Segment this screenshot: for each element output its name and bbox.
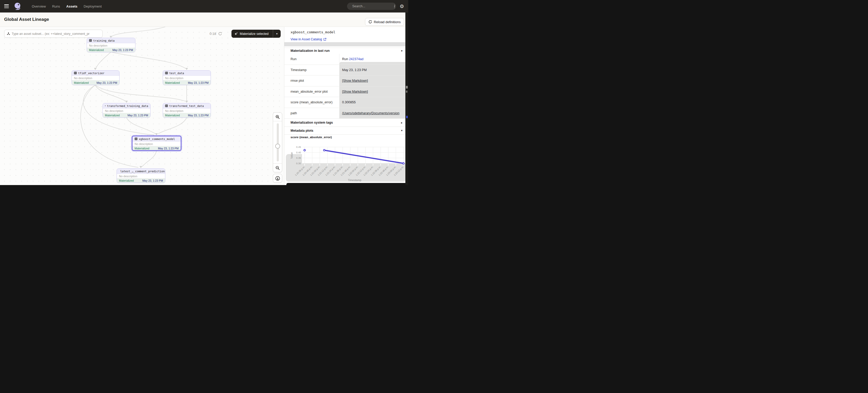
zoom-in-button[interactable] (273, 113, 282, 121)
svg-text:0.40: 0.40 (296, 151, 301, 154)
gear-icon[interactable]: ⚙ (400, 4, 404, 9)
section-label: Materialization system tags (290, 121, 333, 124)
asset-status: Materialized (134, 147, 149, 150)
svg-text:Value: Value (290, 152, 293, 159)
refresh-timer: 0:18 (210, 30, 222, 38)
table-icon (74, 72, 77, 74)
table-icon (134, 137, 137, 140)
svg-text:Timestamp: Timestamp (348, 178, 361, 182)
top-nav: Overview Runs Assets Deployment / ⚙ (0, 0, 408, 12)
table-row: mean_absolute_error plot [Show Markdown] (284, 87, 408, 97)
chart-plot-area (302, 140, 406, 163)
run-id-link[interactable]: 242374ad (349, 57, 364, 61)
table-row: rmse plot [Show Markdown] (284, 75, 408, 87)
catalog-link-label: View in Asset Catalog (290, 37, 322, 41)
table-row: Run Run 242374ad (284, 54, 408, 65)
asset-node-latest-comment-predictions[interactable]: latest_…_comment_predictions No descript… (117, 168, 165, 183)
refresh-icon (368, 20, 372, 24)
table-row: Timestamp May 23, 1:23 PM (284, 65, 408, 76)
zoom-in-icon (275, 115, 280, 119)
asset-node-test-data[interactable]: test_data No description Materialized Ma… (163, 70, 211, 85)
materialize-label: Materialize selected (240, 32, 269, 36)
show-markdown-link[interactable]: [Show Markdown] (342, 90, 368, 93)
asset-name: transformed_test_data (169, 104, 204, 107)
window-bottom-edge (286, 183, 408, 185)
asset-timestamp: May 23, 1:23 PM (143, 179, 163, 182)
row-key: Timestamp (284, 68, 339, 72)
nav-item-assets[interactable]: Assets (66, 4, 78, 8)
page-title: Global Asset Lineage (4, 17, 49, 22)
path-link[interactable]: /Users/odetteharary/Documents/version (342, 111, 399, 115)
asset-node-tfidf-vectorizer[interactable]: tfidf_vectorizer No description Material… (71, 70, 120, 85)
table-icon (89, 39, 92, 42)
nav-item-overview[interactable]: Overview (32, 4, 46, 8)
dagster-logo-icon[interactable] (13, 2, 22, 10)
asset-node-training-data[interactable]: training_data No description Materialize… (87, 38, 135, 52)
nav-item-runs[interactable]: Runs (52, 4, 60, 8)
chevron-right-icon: ▸ (401, 121, 403, 124)
asset-node-transformed-training-data[interactable]: transformed_training_data No description… (102, 103, 151, 118)
panel-scrollbar-band[interactable] (284, 42, 408, 46)
asset-status: Materialized (74, 81, 89, 84)
reload-definitions-button[interactable]: Reload definitions (365, 18, 404, 26)
asset-name: latest_…_comment_predictions (120, 170, 165, 173)
score-line-chart: 0.450.400.350.301:20:36 p.m.1:20:48 p.m.… (284, 140, 408, 185)
run-value-prefix: Run (342, 57, 349, 61)
asset-node-transformed-test-data[interactable]: transformed_test_data No description Mat… (163, 103, 211, 118)
section-label: Materialization in last run (290, 49, 330, 53)
show-markdown-link[interactable]: [Show Markdown] (342, 79, 368, 83)
asset-timestamp: May 23, 1:23 PM (188, 114, 209, 117)
menu-icon[interactable] (4, 4, 9, 8)
materialize-selected-button[interactable]: Materialize selected ▾ (231, 30, 281, 38)
asset-name: xgboost_comments_model (139, 137, 175, 140)
asset-description: No description (72, 76, 119, 80)
panel-asset-title: xgboost_comments_model (290, 30, 335, 34)
chevron-down-icon: ▾ (401, 129, 403, 132)
asset-timestamp: May 23, 1:23 PM (158, 147, 179, 150)
search-shortcut-badge: / (394, 4, 395, 9)
zoom-out-button[interactable] (273, 163, 282, 172)
asset-status: Materialized (89, 48, 104, 52)
zoom-slider-knob[interactable] (275, 144, 280, 149)
reload-definitions-label: Reload definitions (374, 20, 401, 24)
asset-timestamp: May 23, 1:23 PM (113, 48, 133, 52)
asset-description: No description (103, 108, 150, 113)
asset-description: No description (163, 76, 211, 80)
metadata-plot-title: score (mean_absolute_error) (290, 136, 332, 139)
asset-status: Materialized (119, 179, 134, 182)
nav-menu: Overview Runs Assets Deployment (32, 4, 102, 8)
asset-name: tfidf_vectorizer (78, 72, 104, 75)
page-header: Global Asset Lineage Reload definitions (0, 12, 408, 27)
table-row: path /Users/odetteharary/Documents/versi… (284, 108, 408, 119)
asset-node-xgboost-comments-model[interactable]: xgboost_comments_model No description Ma… (132, 136, 182, 151)
section-materialization-system-tags[interactable]: Materialization system tags ▸ (284, 119, 408, 127)
asset-details-panel: xgboost_comments_model View in Asset Cat… (284, 27, 408, 185)
materialize-dropdown-caret[interactable]: ▾ (273, 30, 281, 38)
refresh-icon[interactable] (218, 32, 222, 36)
asset-graph-icon (7, 32, 10, 35)
zoom-slider-track[interactable] (277, 123, 279, 161)
svg-text:0.35: 0.35 (296, 156, 301, 159)
sparkle-icon (234, 32, 238, 36)
view-in-asset-catalog-link[interactable]: View in Asset Catalog (290, 37, 327, 41)
table-icon (165, 104, 168, 107)
download-graph-button[interactable] (273, 174, 282, 183)
table-icon (105, 104, 106, 107)
download-icon (275, 176, 280, 181)
row-value: May 23, 1:23 PM (339, 68, 408, 72)
section-metadata-plots[interactable]: Metadata plots ▾ (284, 127, 408, 135)
section-materialization-in-last-run[interactable]: Materialization in last run ▾ (284, 47, 408, 54)
row-key: Run (284, 57, 339, 61)
chevron-down-icon: ▾ (401, 49, 403, 53)
global-search[interactable]: / (347, 3, 396, 10)
window-right-edge (405, 12, 408, 185)
asset-filter (4, 30, 102, 38)
search-input[interactable] (352, 4, 394, 8)
asset-status: Materialized (165, 81, 180, 84)
zoom-slider[interactable] (273, 121, 282, 163)
asset-name: training_data (93, 39, 115, 42)
asset-timestamp: May 23, 1:23 PM (97, 81, 117, 84)
section-label: Metadata plots (290, 129, 313, 132)
asset-subset-input[interactable] (12, 32, 100, 36)
nav-item-deployment[interactable]: Deployment (84, 4, 101, 8)
